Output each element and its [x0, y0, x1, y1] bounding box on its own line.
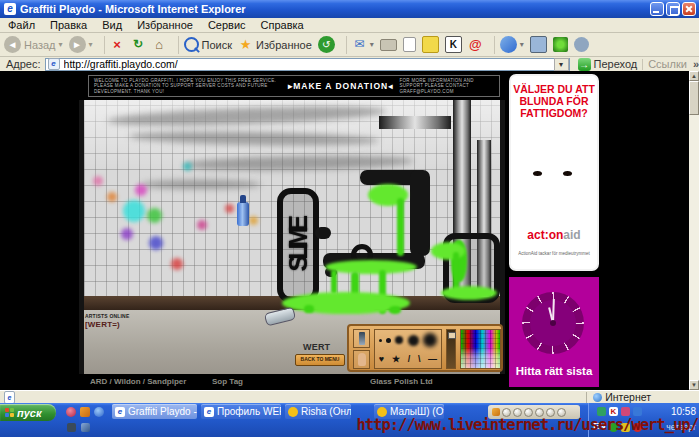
- dash-brush-icon[interactable]: —: [428, 354, 437, 364]
- banner-contact-text: FOR MORE INFORMATION AND SUPPORT PLEASE …: [393, 78, 499, 95]
- tray-icon-2[interactable]: [621, 407, 630, 416]
- extra-tool-1[interactable]: [530, 36, 547, 53]
- paint-dot: [183, 162, 192, 171]
- start-button[interactable]: пуск: [0, 404, 56, 421]
- paint-dot: [249, 216, 258, 225]
- links-label[interactable]: Ссылки: [648, 58, 687, 70]
- extra-tool-3[interactable]: [574, 37, 589, 52]
- brush-shape-row[interactable]: ♥ ★ / \ —: [375, 350, 441, 368]
- forward-button[interactable]: ► ▾: [69, 36, 93, 53]
- search-button[interactable]: Поиск: [184, 37, 232, 52]
- favorites-button[interactable]: ★ Избранное: [238, 37, 312, 52]
- actionaid-ad[interactable]: VÄLJER DU ATT BLUNDA FÖR FATTIGDOM? act:…: [509, 74, 599, 271]
- tray-icon-3[interactable]: [633, 407, 642, 416]
- kaspersky-button[interactable]: K: [445, 36, 462, 53]
- spray-can: [237, 202, 249, 226]
- make-a-donation-link[interactable]: ▸MAKE A DONATION◂: [288, 81, 394, 91]
- color-palette-grid[interactable]: [460, 329, 501, 369]
- mail-icon: ✉: [352, 37, 367, 52]
- slime-splash: [389, 306, 401, 314]
- taskbar-button-risha[interactable]: Risha (Онлайн): [285, 404, 351, 419]
- ad-headline: VÄLJER DU ATT BLUNDA FÖR FATTIGDOM?: [511, 76, 597, 119]
- tool-icon: [530, 36, 547, 53]
- go-button[interactable]: → Переход: [578, 58, 638, 71]
- quick-launch-icon-4[interactable]: [67, 423, 76, 432]
- back-icon: ◄: [4, 36, 21, 53]
- scroll-thumb[interactable]: [689, 81, 699, 115]
- quick-launch-icon-2[interactable]: [80, 407, 90, 417]
- address-label: Адрес:: [6, 58, 41, 70]
- brush-size-row[interactable]: [375, 330, 441, 350]
- quick-launch-icon-3[interactable]: [94, 407, 104, 417]
- quick-launch-icon-1[interactable]: [66, 407, 76, 417]
- extra-tool-2[interactable]: [553, 37, 568, 52]
- address-dropdown-button[interactable]: ▾: [554, 58, 569, 71]
- paint-dot: [171, 258, 183, 270]
- taskbar-button-profile[interactable]: e Профиль WERT_UP -...: [201, 404, 281, 419]
- slash-brush-icon[interactable]: /: [408, 354, 411, 364]
- menu-edit[interactable]: Правка: [50, 19, 87, 31]
- clock-ad[interactable]: Hitta rätt sista: [509, 277, 599, 387]
- vertical-scrollbar[interactable]: ▲ ▼: [689, 71, 699, 390]
- edit-button[interactable]: [403, 37, 416, 52]
- task-contact-icon: [288, 407, 298, 417]
- footer-link-2[interactable]: Sop Tag: [212, 377, 243, 386]
- notes-button[interactable]: [422, 36, 439, 53]
- back-button[interactable]: ◄ Назад ▾: [4, 36, 63, 53]
- close-button[interactable]: [682, 2, 696, 16]
- tray-icon-1[interactable]: [597, 407, 606, 416]
- messenger-dropdown-icon[interactable]: ▾: [520, 40, 524, 49]
- paint-dot: [93, 176, 103, 186]
- spray-tool-button[interactable]: [353, 329, 370, 348]
- forward-dropdown-icon[interactable]: ▾: [89, 40, 93, 49]
- home-icon: ⌂: [152, 37, 167, 52]
- messenger-button[interactable]: ▾: [500, 36, 524, 53]
- graffiti-canvas[interactable]: SLIME ARTISTS ONL: [79, 100, 505, 374]
- ad-caption: ActionAid tackar för medieutrymmet: [511, 251, 597, 256]
- slime-drip: [397, 198, 404, 256]
- home-button[interactable]: ⌂: [152, 37, 167, 52]
- scroll-up-button[interactable]: ▲: [689, 71, 699, 81]
- eye: [533, 171, 542, 176]
- links-chevron[interactable]: »: [693, 58, 699, 70]
- menu-bar: Файл Правка Вид Избранное Сервис Справка: [0, 18, 699, 33]
- print-button[interactable]: [380, 39, 397, 51]
- footer-link-1[interactable]: ARD / Wildon / Sandpiper: [90, 377, 186, 386]
- at-icon: @: [468, 37, 483, 52]
- maximize-button[interactable]: [666, 2, 680, 16]
- history-button[interactable]: ↺: [318, 36, 335, 53]
- slime-splash: [304, 305, 314, 313]
- messenger-icon: [500, 36, 517, 53]
- menu-help[interactable]: Справка: [261, 19, 304, 31]
- back-dropdown-icon[interactable]: ▾: [59, 40, 63, 49]
- spray-can-nozzle: [240, 195, 246, 203]
- forward-icon: ►: [69, 36, 86, 53]
- minimize-button[interactable]: [650, 2, 664, 16]
- mail-button[interactable]: ✉ ▾: [352, 37, 374, 52]
- refresh-button[interactable]: ↻: [131, 37, 146, 52]
- taskbar-button-graffiti[interactable]: e Graffiti Playdo - Micro...: [112, 404, 197, 419]
- tool-palette: ♥ ★ / \ —: [347, 324, 503, 372]
- slider-knob[interactable]: [448, 332, 456, 339]
- back-to-menu-button[interactable]: BACK TO MENU: [295, 354, 345, 366]
- slime-pool: [441, 286, 497, 300]
- tray-k-icon[interactable]: K: [609, 407, 618, 416]
- menu-favorites[interactable]: Избранное: [137, 19, 193, 31]
- paint-dot: [225, 204, 234, 213]
- menu-file[interactable]: Файл: [8, 19, 35, 31]
- at-button[interactable]: @: [468, 37, 483, 52]
- menu-view[interactable]: Вид: [102, 19, 122, 31]
- footer-link-3[interactable]: Glass Polish Ltd: [370, 377, 433, 386]
- backslash-brush-icon[interactable]: \: [418, 354, 421, 364]
- opacity-slider[interactable]: [446, 329, 456, 369]
- stop-button[interactable]: ×: [110, 37, 125, 52]
- scroll-down-button[interactable]: ▼: [689, 380, 699, 390]
- menu-tools[interactable]: Сервис: [208, 19, 246, 31]
- finger-tool-button[interactable]: [353, 350, 370, 369]
- quick-launch-icon-5[interactable]: [81, 423, 90, 432]
- star-brush-icon[interactable]: ★: [392, 354, 400, 364]
- address-input[interactable]: [64, 59, 554, 70]
- mail-dropdown-icon[interactable]: ▾: [370, 40, 374, 49]
- windows-logo-icon: [5, 408, 14, 417]
- heart-brush-icon[interactable]: ♥: [379, 354, 384, 364]
